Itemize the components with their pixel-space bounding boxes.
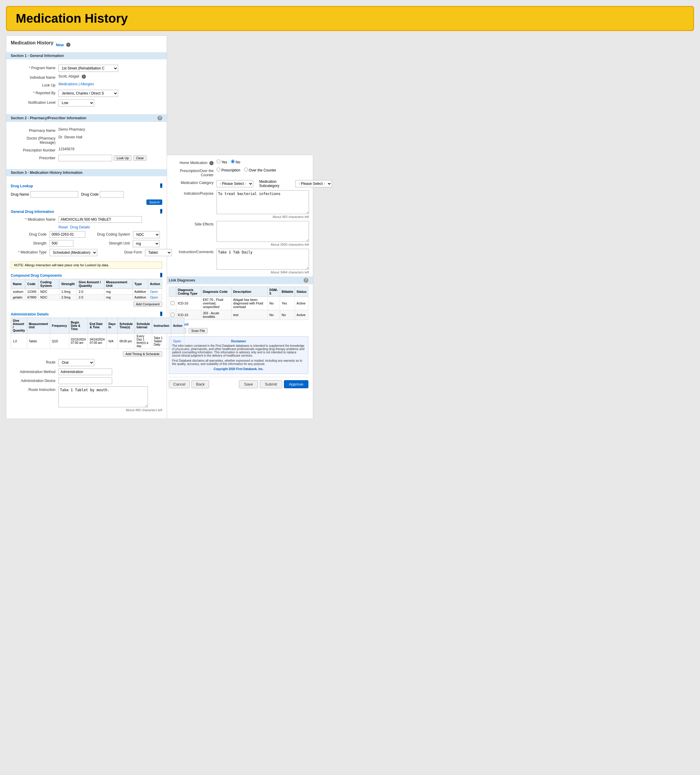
- drug-coding-system-row: Drug Coding System NDC: [88, 231, 162, 238]
- medication-type-select[interactable]: Scheduled (Medication): [50, 249, 97, 256]
- home-med-yes-radio[interactable]: [216, 160, 220, 163]
- section2-help-icon[interactable]: ?: [158, 116, 162, 120]
- medication-category-select[interactable]: - Please Select -: [216, 180, 253, 187]
- admin-device-label: Administration Device: [11, 378, 58, 383]
- medication-type-row: Medication Type Scheduled (Medication): [11, 249, 97, 256]
- program-name-select[interactable]: 1st Street (Rehabilitation C: [58, 65, 118, 72]
- drug-code-field[interactable]: [50, 231, 85, 238]
- dose-form-row: Dose Form Tablet: [100, 249, 172, 256]
- home-med-no-radio[interactable]: [231, 160, 235, 163]
- section1-title: Section 1 - General Information: [11, 54, 64, 58]
- prescription-radio[interactable]: [216, 168, 220, 171]
- look-up-row: Look Up Medications | Allergies: [11, 82, 162, 87]
- approve-button[interactable]: Approve: [284, 380, 308, 388]
- home-medication-info-icon[interactable]: i: [210, 161, 214, 165]
- page-title: Medication History: [16, 11, 684, 26]
- reported-by-select[interactable]: Jenkins, Charles / Direct S: [58, 90, 118, 97]
- open-link-gelatin[interactable]: Open: [150, 296, 158, 299]
- strength-unit-row: Strength Unit mg: [88, 240, 162, 247]
- over-counter-label[interactable]: Over the Counter: [244, 168, 276, 172]
- col-code: Code: [25, 279, 38, 289]
- indication-purpose-textarea[interactable]: To treat bacterial infections: [216, 190, 309, 214]
- side-effects-label: Side Effects: [169, 221, 216, 226]
- instruction-comments-textarea[interactable]: Take 1 Tab Daily: [216, 249, 309, 269]
- notification-level-select[interactable]: Low: [58, 99, 94, 106]
- pharmacy-name-label: Pharmacy Name: [11, 127, 58, 133]
- medication-name-input[interactable]: [58, 216, 142, 223]
- drug-code-input[interactable]: [100, 191, 124, 198]
- drug-name-label: Drug Name: [11, 192, 29, 196]
- drug-coding-system-select[interactable]: NDC: [133, 231, 160, 238]
- side-effects-charcount: About 3500 characters left: [216, 243, 309, 246]
- diagnosis-check-2[interactable]: [171, 313, 175, 317]
- prescription-number-label: Prescription Number: [11, 147, 58, 152]
- individual-name-row: Individual Name Scott, Abigail i: [11, 74, 162, 80]
- add-component-btn[interactable]: Add Component: [133, 301, 163, 307]
- add-timing-btn[interactable]: Add Timing & Schedule: [123, 351, 162, 357]
- route-select[interactable]: Oral: [58, 359, 94, 366]
- link-diagnoses-title: Link Diagnoses: [169, 278, 195, 283]
- medications-link[interactable]: Medications: [58, 82, 78, 86]
- strength-input[interactable]: [50, 240, 73, 246]
- compound-drug-help[interactable]: ?: [160, 273, 162, 277]
- prescriber-input[interactable]: [58, 155, 112, 161]
- drug-lookup-help[interactable]: ?: [160, 183, 162, 188]
- drug-search-btn[interactable]: Search: [146, 200, 162, 205]
- prescription-label[interactable]: Prescription: [216, 168, 240, 172]
- admin-details-help[interactable]: ?: [160, 312, 162, 316]
- drug-details-link[interactable]: Drug Details: [70, 225, 90, 230]
- individual-name-label: Individual Name: [11, 74, 58, 80]
- medication-type-label: Medication Type: [11, 249, 50, 254]
- reset-link[interactable]: Reset: [58, 225, 68, 230]
- admin-device-row: Administration Device: [11, 378, 162, 384]
- home-med-yes-label[interactable]: Yes: [216, 160, 227, 164]
- section2-header: Section 2 - Pharmacy/Prescriber Informat…: [6, 114, 167, 122]
- admin-method-row: Administration Method: [11, 369, 162, 375]
- individual-info-icon[interactable]: i: [82, 75, 86, 79]
- over-counter-radio[interactable]: [244, 168, 248, 171]
- info-icon[interactable]: i: [66, 43, 70, 47]
- table-row: gelatin 67890 NDC 2.0mg 2.0 mg Additive …: [11, 294, 162, 300]
- side-effects-textarea[interactable]: [216, 221, 309, 242]
- col-strength: Strength: [59, 279, 76, 289]
- disclaimer-box: Disclaimer The information contained in …: [169, 336, 308, 374]
- strength-unit-select[interactable]: mg: [133, 240, 160, 247]
- route-instruction-row: Route Instruction Take 1 Tablet by mouth…: [11, 386, 162, 412]
- general-drug-help[interactable]: ?: [160, 209, 162, 213]
- col-name: Name: [11, 279, 25, 289]
- link-diagnoses-help[interactable]: ?: [304, 278, 308, 283]
- admin-device-input[interactable]: [58, 378, 112, 384]
- prescriber-lookup-btn[interactable]: Look Up: [114, 155, 131, 161]
- route-instruction-label: Route Instruction: [11, 386, 58, 392]
- new-badge: New: [56, 43, 64, 47]
- cancel-button[interactable]: Cancel: [169, 380, 190, 388]
- save-button[interactable]: Save: [239, 380, 258, 388]
- admin-method-input[interactable]: [58, 369, 112, 375]
- side-effects-row: Side Effects About 3500 characters left: [169, 221, 308, 246]
- allergies-link[interactable]: Allergies: [80, 82, 94, 86]
- link-diagnoses-header: Link Diagnoses ?: [165, 276, 313, 284]
- open-link-admin[interactable]: Open: [173, 339, 181, 343]
- strength-unit-label: Strength Unit: [88, 240, 133, 245]
- prescription-number-value: 12345678: [58, 147, 162, 151]
- route-instruction-textarea[interactable]: Take 1 Tablet by mouth.: [58, 386, 148, 407]
- diagnosis-check-1[interactable]: [171, 301, 175, 305]
- submit-button[interactable]: Submit: [260, 380, 282, 388]
- open-link-sodium[interactable]: Open: [150, 290, 158, 293]
- prescriber-label: Prescriber: [11, 155, 58, 160]
- drug-name-input[interactable]: [30, 191, 78, 198]
- right-panel: Home Medication i Yes No: [164, 155, 313, 419]
- dose-form-select[interactable]: Tablet: [145, 249, 172, 256]
- drug-code-field-label: Drug Code: [11, 231, 50, 236]
- strength-label: Strength: [11, 240, 50, 245]
- section1-header: Section 1 - General Information: [6, 52, 167, 59]
- medication-name-label: Medication Name: [11, 216, 58, 221]
- section3-title: Section 3 - Medication History Informati…: [11, 171, 83, 175]
- back-button[interactable]: Back: [191, 380, 209, 388]
- scan-file-btn[interactable]: Scan File: [188, 328, 208, 333]
- medication-subcategory-select[interactable]: - Please Select -: [295, 180, 332, 187]
- home-med-no-label[interactable]: No: [231, 160, 240, 164]
- compound-drug-table: Name Code Coding System Strength Give Am…: [11, 279, 162, 300]
- left-panel: Medication History New i Section 1 - Gen…: [6, 35, 167, 419]
- prescriber-clear-btn[interactable]: Clear: [133, 155, 146, 161]
